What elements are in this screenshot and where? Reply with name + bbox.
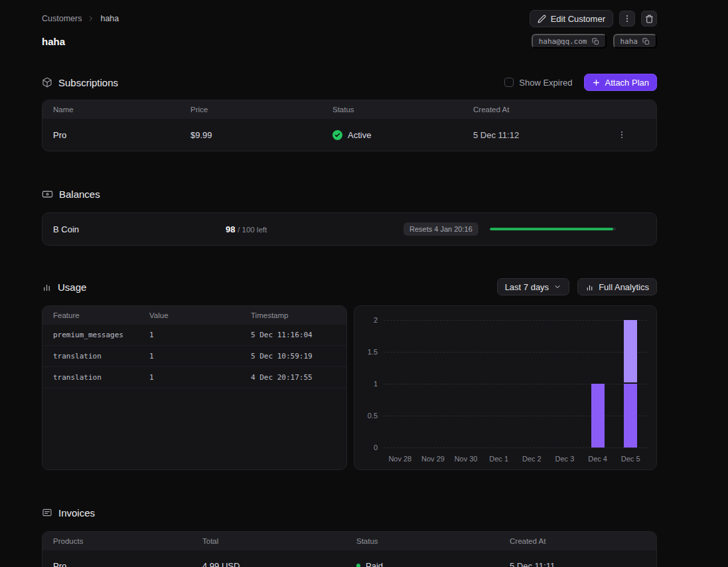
paid-dot-icon	[356, 564, 360, 567]
balances-title: Balances	[42, 189, 100, 200]
package-icon	[42, 77, 52, 88]
balance-row: B Coin 98 / 100 left Resets 4 Jan 20:16	[42, 212, 657, 246]
balance-progress-fill	[490, 228, 613, 230]
kebab-menu-button[interactable]	[619, 11, 635, 27]
full-analytics-button[interactable]: Full Analytics	[577, 278, 657, 295]
pencil-icon	[538, 15, 546, 23]
invoices-title-label: Invoices	[58, 507, 95, 519]
resets-badge: Resets 4 Jan 20:16	[403, 222, 478, 236]
kebab-icon	[617, 130, 626, 139]
usage-timestamp: 4 Dec 20:17:55	[251, 373, 346, 382]
invoices-header: Invoices	[42, 503, 657, 522]
bar-chart-icon	[42, 282, 52, 292]
subscription-price: $9.99	[190, 130, 332, 140]
usage-table-header: Feature Value Timestamp	[42, 306, 346, 325]
usage-title: Usage	[42, 282, 86, 293]
invoice-total: 4.99 USD	[202, 561, 356, 567]
usage-header: Usage Last 7 days Full Analytics	[42, 278, 657, 296]
subscriptions-title: Subscriptions	[42, 77, 118, 88]
invoices-table: Products Total Status Created At Pro 4.9…	[42, 531, 657, 567]
attach-plan-button[interactable]: Attach Plan	[584, 74, 658, 91]
usage-value: 1	[149, 331, 251, 339]
invoice-row[interactable]: Pro 4.99 USD Paid 5 Dec 11:11	[42, 550, 656, 567]
subscription-row[interactable]: Pro $9.99 Active 5 Dec 11:12	[42, 119, 656, 151]
title-row: haha haha@qq.com haha	[42, 33, 657, 49]
usage-event-row[interactable]: translation 1 4 Dec 20:17:55	[42, 367, 346, 388]
breadcrumb-customers[interactable]: Customers	[42, 14, 82, 23]
edit-customer-button[interactable]: Edit Customer	[530, 10, 613, 27]
customer-id-chip[interactable]: haha	[613, 34, 658, 48]
copy-icon	[592, 38, 599, 45]
balance-name: B Coin	[53, 224, 226, 234]
usage-chart-plot: 00.511.52Nov 28Nov 29Nov 30Dec 1Dec 2Dec…	[384, 320, 647, 447]
x-axis-label: Nov 28	[388, 455, 411, 463]
usage-value: 1	[149, 352, 251, 361]
email-chip[interactable]: haha@qq.com	[532, 34, 607, 48]
delete-customer-button[interactable]	[641, 11, 657, 27]
col-status: Status	[332, 106, 473, 114]
usage-panels: Feature Value Timestamp premium_messages…	[42, 305, 657, 470]
col-total: Total	[202, 537, 356, 545]
edit-customer-label: Edit Customer	[551, 14, 605, 24]
usage-event-row[interactable]: translation 1 5 Dec 10:59:19	[42, 346, 346, 367]
usage-value: 1	[149, 373, 251, 382]
usage-timestamp: 5 Dec 10:59:19	[251, 352, 346, 361]
customer-id-label: haha	[620, 37, 638, 46]
page-title: haha	[42, 36, 65, 47]
usage-actions: Last 7 days Full Analytics	[497, 278, 657, 295]
customer-detail-page: Customers haha Edit Customer	[42, 0, 657, 567]
show-expired-toggle[interactable]: Show Expired	[504, 78, 572, 88]
y-axis-label: 0	[374, 444, 378, 451]
date-range-dropdown[interactable]: Last 7 days	[497, 278, 570, 295]
chevron-right-icon	[87, 15, 95, 23]
col-value: Value	[149, 311, 251, 319]
usage-event-row[interactable]: premium_messages 1 5 Dec 11:16:04	[42, 325, 346, 346]
balance-remaining: 98	[226, 224, 235, 234]
subscriptions-table: Name Price Status Created At Pro $9.99 A…	[42, 100, 657, 151]
customer-chips: haha@qq.com haha	[532, 34, 657, 48]
usage-events-table: Feature Value Timestamp premium_messages…	[42, 305, 347, 470]
invoices-title: Invoices	[42, 507, 95, 519]
copy-icon	[642, 38, 650, 45]
chart-gridline	[384, 384, 647, 384]
col-created-at: Created At	[510, 537, 656, 545]
balance-total-label: / 100 left	[238, 226, 267, 234]
col-feature: Feature	[53, 311, 149, 319]
invoice-created-at: 5 Dec 11:11	[510, 561, 656, 567]
col-price: Price	[190, 106, 332, 114]
usage-timestamp: 5 Dec 11:16:04	[251, 331, 346, 339]
y-axis-label: 1	[374, 380, 378, 388]
col-name: Name	[53, 106, 190, 114]
subscription-created-at: 5 Dec 11:12	[473, 130, 610, 140]
subscription-row-menu-button[interactable]	[617, 130, 626, 139]
chart-gridline	[384, 352, 647, 353]
chart-bar-translation	[591, 384, 605, 447]
banknote-icon	[42, 189, 53, 200]
col-timestamp: Timestamp	[251, 311, 346, 319]
invoice-status: Paid	[356, 561, 510, 567]
subscription-status: Active	[332, 130, 473, 140]
top-actions: Edit Customer	[530, 10, 657, 27]
invoice-products: Pro	[53, 561, 202, 567]
full-analytics-label: Full Analytics	[599, 282, 649, 292]
breadcrumb-current: haha	[100, 14, 119, 23]
subscription-name: Pro	[53, 130, 190, 140]
plus-icon	[592, 78, 601, 87]
usage-feature: translation	[53, 373, 149, 382]
analytics-icon	[585, 283, 594, 291]
invoice-status-label: Paid	[366, 561, 383, 567]
invoices-table-header: Products Total Status Created At	[42, 532, 656, 550]
trash-icon	[645, 15, 654, 23]
chart-gridline	[384, 320, 647, 321]
x-axis-label: Dec 2	[522, 455, 542, 463]
subscriptions-table-header: Name Price Status Created At	[42, 100, 656, 119]
show-expired-checkbox[interactable]	[504, 78, 514, 87]
x-axis-label: Dec 1	[489, 455, 508, 463]
usage-feature: translation	[53, 352, 149, 361]
usage-feature: premium_messages	[53, 331, 149, 339]
subscription-status-label: Active	[348, 130, 371, 140]
y-axis-label: 0.5	[368, 412, 378, 420]
chart-bar-translation	[624, 384, 637, 447]
chevron-down-icon	[553, 283, 561, 291]
breadcrumb: Customers haha	[42, 14, 119, 23]
